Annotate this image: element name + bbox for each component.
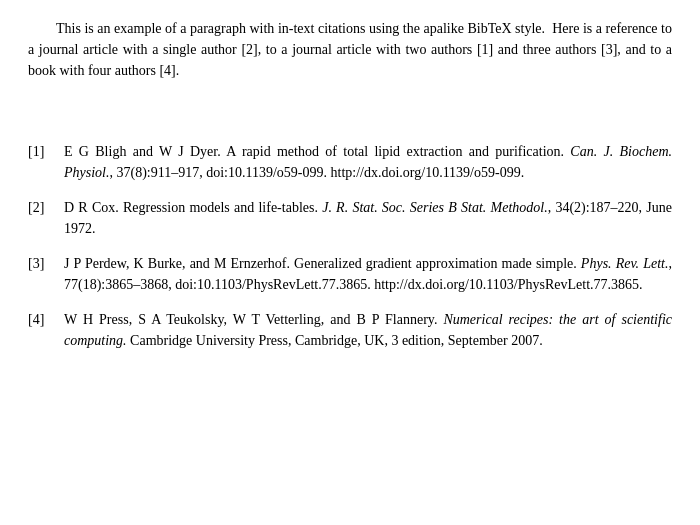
ref-label: [2] — [28, 197, 64, 218]
reference-item: [3]J P Perdew, K Burke, and M Ernzerhof.… — [28, 253, 672, 295]
ref-content: D R Cox. Regression models and life-tabl… — [64, 197, 672, 239]
reference-item: [2]D R Cox. Regression models and life-t… — [28, 197, 672, 239]
ref-label: [3] — [28, 253, 64, 274]
ref-label: [4] — [28, 309, 64, 330]
main-content: This is an example of a paragraph with i… — [28, 18, 672, 351]
reference-item: [1]E G Bligh and W J Dyer. A rapid metho… — [28, 141, 672, 183]
intro-paragraph: This is an example of a paragraph with i… — [28, 18, 672, 81]
reference-item: [4]W H Press, S A Teukolsky, W T Vetterl… — [28, 309, 672, 351]
ref-content: W H Press, S A Teukolsky, W T Vetterling… — [64, 309, 672, 351]
references-list: [1]E G Bligh and W J Dyer. A rapid metho… — [28, 141, 672, 351]
ref-label: [1] — [28, 141, 64, 162]
ref-content: E G Bligh and W J Dyer. A rapid method o… — [64, 141, 672, 183]
ref-content: J P Perdew, K Burke, and M Ernzerhof. Ge… — [64, 253, 672, 295]
